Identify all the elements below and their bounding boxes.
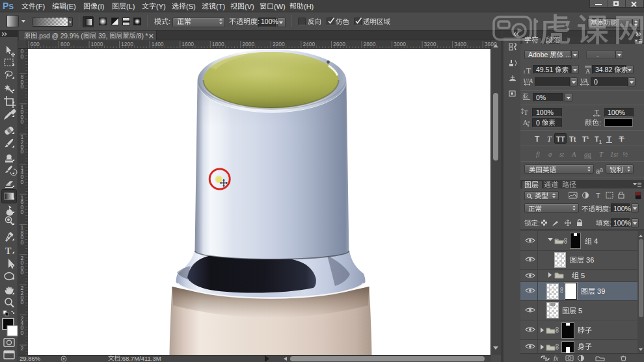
svg-text:A: A [585, 68, 591, 75]
svg-text:100%: 100% [536, 109, 554, 116]
svg-text:0: 0 [21, 148, 24, 155]
svg-text:5: 5 [576, 307, 582, 315]
svg-text:...: ... [563, 51, 571, 58]
svg-text:a: a [528, 119, 530, 124]
svg-text::: : [168, 18, 170, 25]
svg-text:0: 0 [21, 53, 24, 60]
svg-text:aa: aa [584, 151, 591, 158]
svg-text:0: 0 [21, 269, 24, 276]
svg-text:T: T [524, 109, 528, 116]
svg-text:2: 2 [21, 345, 24, 352]
svg-text:(T): (T) [216, 3, 225, 10]
svg-text:0%: 0% [536, 94, 546, 101]
svg-text:100%: 100% [608, 109, 625, 116]
svg-text:Ps: Ps [3, 1, 14, 11]
svg-text:T: T [595, 108, 599, 116]
svg-text:T: T [619, 135, 624, 143]
svg-text:0: 0 [21, 83, 24, 90]
svg-text:1: 1 [599, 140, 602, 144]
svg-text:100%: 100% [613, 205, 631, 213]
svg-text:T: T [547, 135, 552, 144]
svg-text:4: 4 [592, 237, 598, 245]
svg-text:TT: TT [556, 135, 565, 143]
svg-text:Adobe: Adobe [528, 51, 550, 58]
svg-text:(L): (L) [126, 3, 135, 10]
svg-text:(F): (F) [36, 3, 45, 10]
svg-text:(H): (H) [304, 3, 314, 10]
svg-text::: : [258, 18, 260, 25]
svg-text:29.86%: 29.86% [20, 355, 41, 362]
svg-text:(S): (S) [186, 3, 196, 10]
svg-text:.psd @ 29.9% (: .psd @ 29.9% ( [37, 32, 83, 40]
svg-text:V/A: V/A [523, 77, 533, 84]
svg-text:Tt: Tt [569, 135, 576, 143]
svg-text:36: 36 [584, 256, 594, 264]
svg-text:A: A [571, 151, 576, 158]
svg-text:0: 0 [594, 78, 598, 86]
svg-text:0: 0 [21, 299, 24, 305]
svg-text:5: 5 [579, 272, 585, 279]
svg-text:σ: σ [548, 151, 552, 158]
svg-text::: : [599, 119, 601, 127]
svg-text:½: ½ [623, 151, 628, 158]
svg-text:st: st [559, 151, 565, 158]
svg-text:t: t [524, 69, 526, 75]
svg-text:34.82: 34.82 [595, 66, 614, 73]
svg-text:0: 0 [21, 239, 24, 246]
svg-text:(W): (W) [274, 3, 286, 10]
svg-text:0: 0 [21, 118, 24, 125]
svg-text:-: - [597, 51, 599, 59]
svg-text::68.7M/411.3M: :68.7M/411.3M [120, 355, 161, 362]
svg-text::: : [610, 219, 611, 227]
svg-text:(E): (E) [66, 3, 76, 10]
svg-text:a: a [600, 166, 603, 173]
svg-text:3600: 3600 [485, 41, 497, 47]
svg-text:(Y): (Y) [156, 3, 166, 10]
svg-text:0: 0 [21, 179, 24, 185]
svg-text:T: T [535, 135, 540, 144]
svg-text:100%: 100% [261, 18, 278, 25]
svg-text:1st: 1st [610, 151, 619, 158]
svg-text:T¹: T¹ [582, 135, 589, 143]
svg-text::: : [609, 205, 611, 213]
svg-text:T: T [599, 151, 604, 158]
svg-text:100%: 100% [613, 219, 631, 227]
svg-text:T: T [526, 66, 531, 75]
svg-text:fi: fi [536, 151, 540, 158]
svg-text:0: 0 [21, 209, 24, 215]
svg-text:T: T [607, 135, 611, 143]
svg-text:(I): (I) [98, 3, 104, 10]
svg-text::: : [538, 219, 540, 227]
svg-text:/8) *: /8) * [136, 32, 148, 40]
svg-text:49.51: 49.51 [536, 66, 555, 73]
svg-text:T: T [595, 135, 599, 143]
svg-text:39,: 39, [96, 32, 109, 40]
svg-text:0: 0 [536, 119, 542, 127]
svg-text:(V): (V) [245, 3, 254, 10]
svg-text:0: 0 [21, 330, 24, 336]
svg-text:39: 39 [595, 287, 605, 295]
